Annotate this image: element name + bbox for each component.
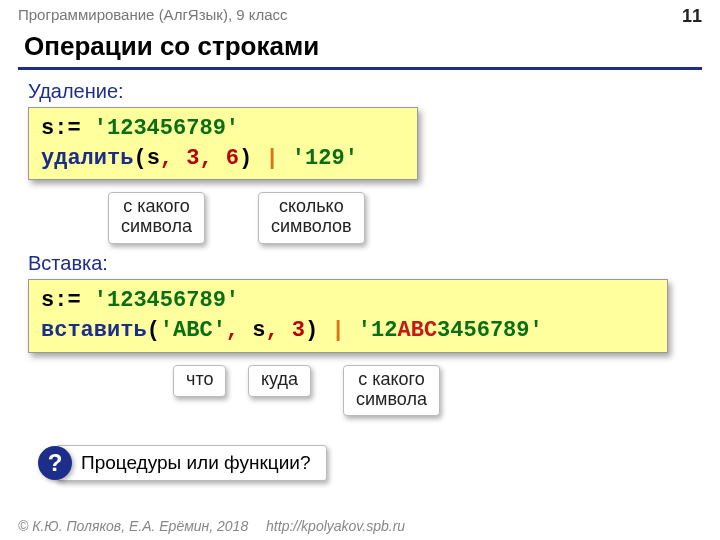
delete-line2: удалить(s, 3, 6) | '129' [41,144,405,174]
delete-codebox: s:= '123456789' удалить(s, 3, 6) | '129' [28,107,418,180]
question-row: ? Процедуры или функции? [38,445,698,481]
insert-line1: s:= '123456789' [41,286,655,316]
code-var: s:= [41,288,94,313]
code-keyword: удалить [41,146,133,171]
code-keyword: вставить [41,318,147,343]
question-text: Процедуры или функции? [56,445,327,481]
code-pipe: | [331,318,344,343]
code-comma: , [226,318,252,343]
code-result: '129' [279,146,358,171]
callout-how-many: сколько символов [258,192,365,244]
code-result-pre: '12 [345,318,398,343]
delete-heading: Удаление: [28,80,698,103]
insert-codebox: s:= '123456789' вставить('ABC', s, 3) | … [28,279,668,352]
callout-what: что [173,365,226,397]
code-result-abc: ABC [397,318,437,343]
course-label: Программирование (АлгЯзык), 9 класс [18,6,288,27]
footer-url: http://kpolyakov.spb.ru [266,518,405,534]
title-block: Операции со строками [0,29,720,70]
code-arg: 3 [186,146,199,171]
code-arg-string: 'ABC' [160,318,226,343]
code-paren: ) [239,146,265,171]
footer: © К.Ю. Поляков, Е.А. Ерёмин, 2018 http:/… [0,518,423,534]
code-var: s:= [41,116,94,141]
copyright: © К.Ю. Поляков, Е.А. Ерёмин, 2018 [18,518,248,534]
code-comma: , [265,318,291,343]
insert-callouts: что куда с какого символа [143,361,698,421]
header-bar: Программирование (АлгЯзык), 9 класс 11 [0,0,720,29]
code-arg: s [147,146,160,171]
question-mark-icon: ? [38,446,72,480]
insert-heading: Вставка: [28,252,698,275]
code-result-post: 3456789' [437,318,543,343]
callout-from-char: с какого символа [108,192,205,244]
delete-callouts: с какого символа сколько символов [68,188,698,248]
insert-line2: вставить('ABC', s, 3) | '12ABC3456789' [41,316,655,346]
code-comma: , [199,146,225,171]
code-paren: ) [305,318,331,343]
page-number: 11 [682,6,702,27]
code-string: '123456789' [94,116,239,141]
content: Удаление: s:= '123456789' удалить(s, 3, … [0,70,720,481]
delete-line1: s:= '123456789' [41,114,405,144]
code-pipe: | [265,146,278,171]
code-paren: ( [147,318,160,343]
code-arg: 3 [292,318,305,343]
code-arg: 6 [226,146,239,171]
code-arg: s [252,318,265,343]
code-string: '123456789' [94,288,239,313]
callout-from-char: с какого символа [343,365,440,417]
page-title: Операции со строками [18,29,702,66]
code-paren: ( [133,146,146,171]
callout-where: куда [248,365,311,397]
code-comma: , [160,146,186,171]
